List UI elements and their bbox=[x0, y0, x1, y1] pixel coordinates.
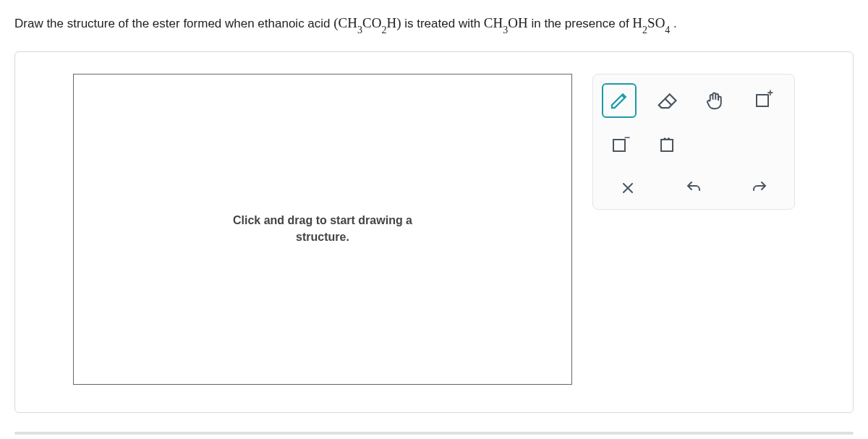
question-prefix: Draw the structure of the ester formed w… bbox=[14, 17, 333, 30]
clear-button[interactable] bbox=[606, 173, 650, 203]
question-mid1: is treated with bbox=[404, 17, 484, 30]
question-suffix: . bbox=[673, 17, 677, 30]
hand-icon bbox=[704, 90, 726, 111]
negative-charge-icon: − bbox=[613, 139, 626, 152]
undo-icon bbox=[685, 179, 702, 197]
question-mid2: in the presence of bbox=[531, 17, 632, 30]
pencil-tool[interactable] bbox=[602, 83, 637, 118]
tool-row-1: + bbox=[602, 83, 786, 118]
tool-row-2: − •• bbox=[602, 128, 786, 163]
formula-3: H2SO4 bbox=[632, 15, 673, 30]
formula-2: CH3OH bbox=[484, 15, 532, 30]
lone-pair-icon: •• bbox=[660, 139, 673, 152]
drawing-canvas[interactable]: Click and drag to start drawing a struct… bbox=[73, 74, 572, 385]
lone-pair-tool[interactable]: •• bbox=[650, 128, 684, 163]
redo-button[interactable] bbox=[738, 173, 781, 203]
eraser-tool[interactable] bbox=[650, 83, 684, 118]
close-icon bbox=[619, 179, 637, 197]
canvas-hint: Click and drag to start drawing a struct… bbox=[233, 213, 412, 245]
toolbox: + − •• bbox=[592, 74, 795, 210]
action-row bbox=[602, 173, 786, 203]
undo-button[interactable] bbox=[672, 173, 715, 203]
pencil-icon bbox=[608, 90, 630, 111]
hand-tool[interactable] bbox=[697, 83, 732, 118]
negative-charge-tool[interactable]: − bbox=[602, 128, 637, 163]
redo-icon bbox=[751, 179, 768, 197]
positive-charge-icon: + bbox=[756, 94, 769, 107]
editor-panel: Click and drag to start drawing a struct… bbox=[14, 51, 854, 413]
eraser-icon bbox=[656, 90, 678, 111]
positive-charge-tool[interactable]: + bbox=[745, 83, 780, 118]
question-text: Draw the structure of the ester formed w… bbox=[0, 0, 868, 43]
bottom-scrollbar[interactable] bbox=[14, 432, 854, 435]
formula-1: (CH3CO2H) bbox=[333, 15, 404, 30]
